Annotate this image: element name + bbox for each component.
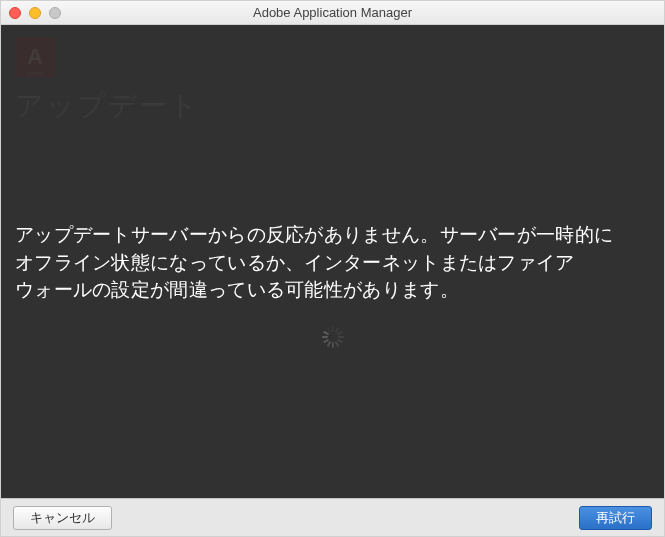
cancel-button[interactable]: キャンセル: [13, 506, 112, 530]
footer: キャンセル 再試行: [1, 498, 664, 537]
modal-overlay: アップデートサーバーからの反応がありません。サーバーが一時的に オフライン状態に…: [1, 25, 664, 498]
titlebar: Adobe Application Manager: [1, 1, 664, 25]
window-title: Adobe Application Manager: [9, 5, 656, 20]
minimize-icon[interactable]: [29, 7, 41, 19]
error-line: オフライン状態になっているか、インターネットまたはファイア: [15, 249, 650, 277]
content-area: A Adobe アップデート アップデートサーバーからの反応がありません。サーバ…: [1, 25, 664, 498]
error-line: アップデートサーバーからの反応がありません。サーバーが一時的に: [15, 221, 650, 249]
close-icon[interactable]: [9, 7, 21, 19]
retry-button[interactable]: 再試行: [579, 506, 652, 530]
loading-spinner-icon: [322, 326, 344, 348]
maximize-icon: [49, 7, 61, 19]
error-message: アップデートサーバーからの反応がありません。サーバーが一時的に オフライン状態に…: [15, 221, 650, 304]
error-line: ウォールの設定が間違っている可能性があります。: [15, 276, 650, 304]
window-controls: [9, 7, 61, 19]
